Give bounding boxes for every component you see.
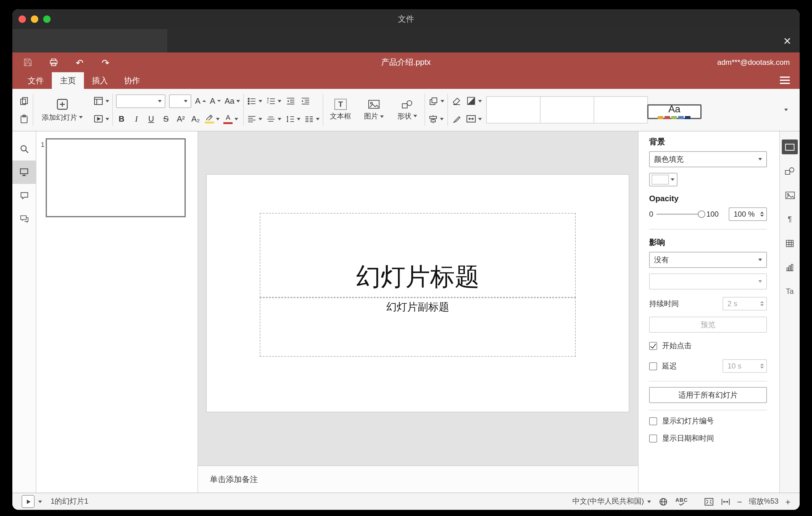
close-traffic-button[interactable] bbox=[19, 16, 26, 23]
textart-settings-tab[interactable]: Ta bbox=[782, 284, 798, 299]
insert-shape-button[interactable]: 形状 bbox=[393, 99, 422, 121]
shape-settings-tab[interactable] bbox=[782, 164, 798, 178]
preview-button[interactable]: 预览 bbox=[649, 317, 767, 333]
chat-button[interactable] bbox=[12, 207, 36, 231]
arrange-shapes-button[interactable] bbox=[428, 93, 444, 108]
zoom-level-label: 缩放%53 bbox=[749, 496, 779, 507]
document-language-button[interactable] bbox=[658, 496, 668, 507]
image-settings-tab[interactable] bbox=[782, 188, 798, 202]
change-case-button[interactable]: Aa bbox=[225, 93, 240, 108]
show-slide-number-checkbox[interactable] bbox=[649, 417, 657, 425]
theme-gallery-expand-button[interactable] bbox=[779, 96, 793, 123]
line-spacing-button[interactable] bbox=[285, 111, 300, 126]
slide-fill-button[interactable] bbox=[466, 93, 482, 108]
numbering-button[interactable] bbox=[266, 93, 281, 108]
slide-thumbnail[interactable] bbox=[46, 138, 186, 217]
decrease-indent-button[interactable] bbox=[285, 93, 296, 108]
superscript-button[interactable]: A² bbox=[175, 111, 186, 126]
delay-checkbox[interactable] bbox=[649, 362, 657, 370]
underline-button[interactable]: U bbox=[146, 111, 157, 126]
start-on-click-checkbox[interactable] bbox=[649, 342, 657, 350]
table-settings-tab[interactable] bbox=[782, 236, 798, 251]
slides-panel-button[interactable] bbox=[12, 161, 36, 184]
opacity-spinner[interactable]: 100 % bbox=[729, 207, 767, 221]
tab-insert[interactable]: 插入 bbox=[84, 72, 116, 89]
delay-spinner[interactable]: 10 s bbox=[723, 359, 767, 373]
increase-indent-button[interactable] bbox=[300, 93, 311, 108]
insert-textbox-button[interactable]: T 文本框 bbox=[326, 99, 355, 121]
zoom-in-button[interactable]: + bbox=[785, 497, 790, 506]
subscript-button[interactable]: A₂ bbox=[190, 111, 201, 126]
bold-button[interactable]: B bbox=[116, 111, 127, 126]
italic-button[interactable]: I bbox=[131, 111, 142, 126]
change-layout-button[interactable] bbox=[93, 93, 109, 108]
spellcheck-button[interactable]: ABC bbox=[675, 497, 688, 506]
language-select[interactable]: 中文(中华人民共和国) bbox=[572, 496, 651, 507]
slide-thumbnails-panel: 1 bbox=[36, 132, 198, 492]
tab-file[interactable]: 文件 bbox=[20, 72, 52, 89]
opacity-slider[interactable] bbox=[656, 210, 703, 219]
apply-to-all-button[interactable]: 适用于所有幻灯片 bbox=[649, 387, 767, 403]
highlight-color-button[interactable] bbox=[205, 111, 220, 126]
theme-cell[interactable] bbox=[593, 96, 648, 123]
undo-button[interactable]: ↶ bbox=[74, 57, 85, 68]
vertical-align-button[interactable] bbox=[266, 111, 281, 126]
editor-canvas[interactable]: 幻灯片标题 幻灯片副标题 bbox=[198, 132, 638, 465]
insert-image-button[interactable]: 图片 bbox=[360, 99, 388, 121]
comments-button[interactable] bbox=[12, 184, 36, 207]
add-slide-icon bbox=[56, 98, 68, 110]
tab-collaboration[interactable]: 协作 bbox=[116, 72, 148, 89]
decrease-indent-icon bbox=[286, 96, 295, 106]
fit-slide-button[interactable] bbox=[704, 497, 714, 506]
chart-settings-tab[interactable] bbox=[782, 260, 798, 275]
fill-type-select[interactable]: 颜色填充 bbox=[649, 151, 767, 167]
close-icon[interactable]: × bbox=[783, 34, 791, 47]
spinner-down-icon[interactable] bbox=[760, 215, 764, 217]
strikeout-button[interactable]: S bbox=[161, 111, 172, 126]
fit-width-button[interactable] bbox=[720, 497, 730, 506]
slider-knob[interactable] bbox=[698, 210, 705, 218]
decrease-font-button[interactable]: A bbox=[210, 93, 221, 108]
menu-button[interactable] bbox=[780, 77, 790, 84]
start-slideshow-button[interactable] bbox=[93, 111, 109, 126]
subtitle-placeholder[interactable]: 幻灯片副标题 bbox=[260, 297, 576, 357]
spinner-up-icon[interactable] bbox=[760, 212, 764, 213]
columns-button[interactable] bbox=[304, 111, 320, 126]
show-date-checkbox[interactable] bbox=[649, 434, 657, 442]
notes-area[interactable]: 单击添加备注 bbox=[198, 465, 638, 492]
copy-style-button[interactable] bbox=[451, 111, 462, 126]
font-color-button[interactable]: A bbox=[223, 111, 238, 126]
slide[interactable]: 幻灯片标题 幻灯片副标题 bbox=[207, 175, 629, 412]
zoom-out-button[interactable]: − bbox=[737, 497, 742, 506]
slide-size-button[interactable] bbox=[466, 111, 482, 126]
title-placeholder[interactable]: 幻灯片标题 bbox=[260, 213, 576, 297]
bullets-button[interactable] bbox=[247, 93, 262, 108]
paste-button[interactable] bbox=[19, 111, 30, 126]
tab-home[interactable]: 主页 bbox=[52, 72, 84, 89]
start-preview-button[interactable] bbox=[22, 495, 34, 508]
copy-button[interactable] bbox=[19, 93, 30, 108]
search-button[interactable] bbox=[12, 137, 36, 161]
zoom-traffic-button[interactable] bbox=[43, 16, 51, 23]
save-button[interactable] bbox=[22, 57, 33, 68]
effect-select[interactable]: 没有 bbox=[649, 252, 767, 268]
theme-cell-selected[interactable]: Aa bbox=[647, 104, 701, 119]
theme-cell[interactable] bbox=[540, 96, 594, 123]
effect-type-select[interactable] bbox=[649, 274, 767, 289]
horizontal-align-button[interactable] bbox=[247, 111, 262, 126]
increase-font-button[interactable]: A bbox=[195, 93, 206, 108]
align-shapes-button[interactable] bbox=[428, 111, 444, 126]
font-name-combo[interactable] bbox=[116, 94, 165, 108]
font-size-combo[interactable] bbox=[169, 94, 191, 108]
clear-style-button[interactable] bbox=[451, 93, 462, 108]
slide-settings-tab[interactable] bbox=[782, 140, 798, 154]
start-on-click-row: 开始点击 bbox=[649, 341, 767, 351]
duration-spinner[interactable]: 2 s bbox=[723, 297, 767, 311]
theme-cell[interactable] bbox=[486, 96, 541, 123]
minimize-traffic-button[interactable] bbox=[31, 16, 38, 23]
paragraph-settings-tab[interactable]: ¶ bbox=[782, 212, 798, 227]
print-button[interactable] bbox=[48, 57, 59, 68]
add-slide-button[interactable]: 添加幻灯片 bbox=[36, 98, 88, 122]
fill-color-select[interactable] bbox=[649, 173, 677, 187]
redo-button[interactable]: ↷ bbox=[100, 57, 111, 68]
